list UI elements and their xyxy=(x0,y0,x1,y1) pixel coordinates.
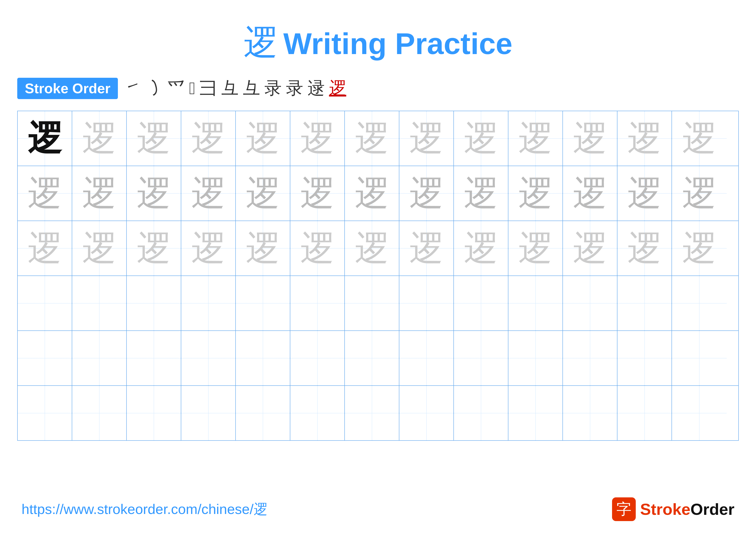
logo-icon: 字 xyxy=(612,497,636,521)
grid-cell-r3-c12: 逻 xyxy=(617,221,672,275)
grid-cell-r2-c7: 逻 xyxy=(345,166,399,220)
grid-cell-r6-c3[interactable] xyxy=(127,386,181,440)
grid-cell-r2-c5: 逻 xyxy=(236,166,290,220)
grid-cell-r1-c3: 逻 xyxy=(127,111,181,165)
char-guide: 逻 xyxy=(137,170,171,217)
char-guide: 逻 xyxy=(355,115,389,162)
grid-cell-r4-c9[interactable] xyxy=(454,276,508,330)
grid-cell-r6-c2[interactable] xyxy=(72,386,127,440)
grid-cell-r4-c5[interactable] xyxy=(236,276,290,330)
char-guide: 逻 xyxy=(137,115,171,162)
grid-cell-r6-c8[interactable] xyxy=(399,386,454,440)
char-guide: 逻 xyxy=(28,170,62,217)
grid-cell-r4-c6[interactable] xyxy=(290,276,345,330)
stroke-5: 彐 xyxy=(200,77,217,100)
grid-cell-r6-c4[interactable] xyxy=(181,386,236,440)
grid-cell-r5-c4[interactable] xyxy=(181,331,236,385)
grid-cell-r6-c6[interactable] xyxy=(290,386,345,440)
char-guide: 逻 xyxy=(518,170,553,217)
grid-cell-r5-c11[interactable] xyxy=(563,331,617,385)
stroke-order-badge: Stroke Order xyxy=(17,78,118,99)
char-guide: 逻 xyxy=(300,115,335,162)
footer: https://www.strokeorder.com/chinese/逻 字 … xyxy=(0,497,756,521)
grid-row-5 xyxy=(18,331,738,386)
grid-cell-r6-c12[interactable] xyxy=(617,386,672,440)
page-title-section: 逻 Writing Practice xyxy=(0,0,756,66)
grid-cell-r2-c12: 逻 xyxy=(617,166,672,220)
grid-cell-r5-c12[interactable] xyxy=(617,331,672,385)
grid-cell-r6-c7[interactable] xyxy=(345,386,399,440)
grid-cell-r5-c9[interactable] xyxy=(454,331,508,385)
stroke-10: 逯 xyxy=(308,77,325,100)
grid-cell-r6-c5[interactable] xyxy=(236,386,290,440)
grid-cell-r2-c1: 逻 xyxy=(18,166,72,220)
grid-cell-r3-c4: 逻 xyxy=(181,221,236,275)
grid-cell-r3-c11: 逻 xyxy=(563,221,617,275)
char-guide: 逻 xyxy=(573,170,607,217)
grid-cell-r5-c7[interactable] xyxy=(345,331,399,385)
logo-text: StrokeOrder xyxy=(640,500,735,519)
grid-cell-r5-c3[interactable] xyxy=(127,331,181,385)
grid-cell-r4-c12[interactable] xyxy=(617,276,672,330)
grid-cell-r3-c9: 逻 xyxy=(454,221,508,275)
grid-cell-r6-c10[interactable] xyxy=(508,386,563,440)
grid-cell-r4-c13[interactable] xyxy=(672,276,726,330)
char-black: 逻 xyxy=(28,115,62,162)
footer-url[interactable]: https://www.strokeorder.com/chinese/逻 xyxy=(21,500,268,519)
logo-char: 字 xyxy=(616,499,632,519)
char-guide: 逻 xyxy=(682,170,716,217)
grid-cell-r2-c6: 逻 xyxy=(290,166,345,220)
grid-cell-r4-c11[interactable] xyxy=(563,276,617,330)
grid-cell-r5-c8[interactable] xyxy=(399,331,454,385)
char-guide: 逻 xyxy=(627,170,662,217)
grid-cell-r4-c7[interactable] xyxy=(345,276,399,330)
grid-cell-r1-c9: 逻 xyxy=(454,111,508,165)
grid-cell-r3-c2: 逻 xyxy=(72,221,127,275)
char-guide: 逻 xyxy=(409,170,444,217)
char-guide: 逻 xyxy=(300,170,335,217)
grid-cell-r2-c11: 逻 xyxy=(563,166,617,220)
grid-cell-r1-c2: 逻 xyxy=(72,111,127,165)
grid-cell-r5-c10[interactable] xyxy=(508,331,563,385)
char-guide: 逻 xyxy=(300,225,335,272)
char-guide: 逻 xyxy=(28,225,62,272)
char-guide: 逻 xyxy=(409,115,444,162)
grid-cell-r4-c3[interactable] xyxy=(127,276,181,330)
grid-cell-r4-c1[interactable] xyxy=(18,276,72,330)
grid-row-3: 逻 逻 逻 逻 逻 逻 逻 逻 逻 逻 逻 逻 xyxy=(18,221,738,276)
grid-cell-r2-c2: 逻 xyxy=(72,166,127,220)
char-guide: 逻 xyxy=(627,225,662,272)
char-guide: 逻 xyxy=(409,225,444,272)
grid-cell-r6-c1[interactable] xyxy=(18,386,72,440)
grid-cell-r2-c9: 逻 xyxy=(454,166,508,220)
grid-cell-r1-c10: 逻 xyxy=(508,111,563,165)
grid-cell-r5-c6[interactable] xyxy=(290,331,345,385)
stroke-11: 逻 xyxy=(329,77,346,100)
grid-cell-r5-c2[interactable] xyxy=(72,331,127,385)
grid-cell-r2-c3: 逻 xyxy=(127,166,181,220)
grid-cell-r1-c4: 逻 xyxy=(181,111,236,165)
stroke-6: 彑 xyxy=(221,77,239,100)
char-guide: 逻 xyxy=(355,170,389,217)
footer-logo: 字 StrokeOrder xyxy=(612,497,735,521)
char-guide: 逻 xyxy=(627,115,662,162)
grid-cell-r5-c5[interactable] xyxy=(236,331,290,385)
char-guide: 逻 xyxy=(464,225,498,272)
grid-cell-r1-c6: 逻 xyxy=(290,111,345,165)
grid-cell-r5-c13[interactable] xyxy=(672,331,726,385)
grid-cell-r4-c4[interactable] xyxy=(181,276,236,330)
grid-cell-r5-c1[interactable] xyxy=(18,331,72,385)
grid-cell-r1-c7: 逻 xyxy=(345,111,399,165)
grid-cell-r6-c9[interactable] xyxy=(454,386,508,440)
stroke-4: 𠃍 xyxy=(189,79,195,98)
grid-cell-r6-c11[interactable] xyxy=(563,386,617,440)
grid-cell-r6-c13[interactable] xyxy=(672,386,726,440)
stroke-3: ⺤ xyxy=(168,77,185,100)
grid-cell-r4-c8[interactable] xyxy=(399,276,454,330)
practice-grid: 逻 逻 逻 逻 逻 逻 逻 逻 逻 逻 逻 逻 xyxy=(17,111,739,441)
char-guide: 逻 xyxy=(464,115,498,162)
char-guide: 逻 xyxy=(682,115,716,162)
char-guide: 逻 xyxy=(137,225,171,272)
grid-cell-r4-c10[interactable] xyxy=(508,276,563,330)
grid-cell-r4-c2[interactable] xyxy=(72,276,127,330)
